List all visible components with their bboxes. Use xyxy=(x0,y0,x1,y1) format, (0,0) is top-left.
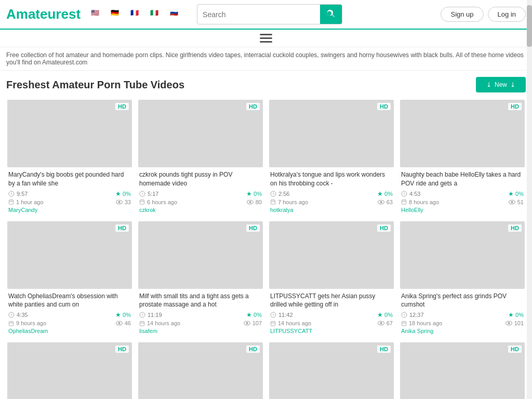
time-ago-text: 14 hours ago xyxy=(147,320,180,326)
video-info: czkrok pounds tight pussy in POV homemad… xyxy=(138,167,263,215)
page-title: Freshest Amateur Porn Tube Videos xyxy=(6,79,184,91)
time-ago: 8 hours ago xyxy=(401,199,439,205)
hamburger-menu[interactable] xyxy=(260,34,272,43)
video-thumbnail: HD xyxy=(138,100,263,167)
time-ago: 14 hours ago xyxy=(139,320,180,326)
video-card[interactable]: HD Anika Spring's perfect ass grinds POV… xyxy=(400,221,525,337)
svg-point-34 xyxy=(118,322,120,324)
svg-point-27 xyxy=(511,201,513,203)
views: 51 xyxy=(509,199,524,205)
duration-text: 5:17 xyxy=(148,191,158,197)
fr-flag[interactable]: 🇫🇷 xyxy=(130,9,147,20)
login-button[interactable]: Log in xyxy=(488,7,526,22)
video-card[interactable]: HD xyxy=(138,342,263,399)
time-ago: 6 hours ago xyxy=(139,199,177,205)
video-meta: 11:42 ★ 0% xyxy=(270,311,393,318)
svg-rect-43 xyxy=(271,322,275,326)
video-title: MaryCandy's big boobs get pounded hard b… xyxy=(8,170,131,188)
svg-point-55 xyxy=(508,322,510,324)
video-card[interactable]: HD xyxy=(7,342,132,399)
video-stats: 14 hours ago 67 xyxy=(270,320,393,326)
header: Amateurest 🇺🇸 🇩🇪 🇫🇷 🇮🇹 🇷🇺 Sign up Log in xyxy=(0,0,532,30)
video-duration: 9:57 xyxy=(8,191,28,197)
video-author[interactable]: LITPUSSYCATT xyxy=(270,328,393,334)
time-ago-text: 6 hours ago xyxy=(147,199,177,205)
hd-badge: HD xyxy=(115,224,129,232)
video-duration: 4:53 xyxy=(401,191,420,197)
hd-badge: HD xyxy=(115,345,129,353)
video-card[interactable]: HD Hotkralya's tongue and lips work wond… xyxy=(269,100,394,215)
time-ago-text: 1 hour ago xyxy=(16,199,44,205)
time-ago-text: 9 hours ago xyxy=(16,320,46,326)
video-title: Anika Spring's perfect ass grinds POV cu… xyxy=(401,292,524,310)
views-icon xyxy=(116,200,123,205)
video-author[interactable]: hotkralya xyxy=(270,207,393,213)
time-ago-text: 7 hours ago xyxy=(278,199,308,205)
video-card[interactable]: HD MaryCandy's big boobs get pounded har… xyxy=(7,100,132,215)
clock-icon xyxy=(270,191,276,197)
video-author[interactable]: czkrok xyxy=(139,207,262,213)
scrollbar-thumb[interactable] xyxy=(527,5,532,47)
video-author[interactable]: OpheliasDream xyxy=(8,328,131,334)
video-card[interactable]: HD Watch OpheliasDream's obsession with … xyxy=(7,221,132,337)
video-duration: 12:37 xyxy=(401,312,424,318)
hd-badge: HD xyxy=(508,103,522,110)
rating-text: 0% xyxy=(123,312,131,318)
video-meta: 12:37 ★ 0% xyxy=(401,311,524,318)
video-card[interactable]: HD xyxy=(400,342,525,399)
views-text: 46 xyxy=(125,320,131,326)
ru-flag[interactable]: 🇷🇺 xyxy=(170,9,187,20)
video-title: Watch OpheliasDream's obsession with whi… xyxy=(8,292,131,310)
video-duration: 5:17 xyxy=(139,191,158,197)
video-author[interactable]: Anika Spring xyxy=(401,328,524,334)
site-logo[interactable]: Amateurest xyxy=(6,6,81,22)
video-thumbnail: HD xyxy=(269,342,394,399)
de-flag[interactable]: 🇩🇪 xyxy=(111,9,127,20)
svg-rect-15 xyxy=(271,200,275,204)
views-text: 63 xyxy=(387,199,393,205)
signup-button[interactable]: Sign up xyxy=(441,7,483,22)
video-stats: 8 hours ago 51 xyxy=(401,199,524,205)
calendar-icon xyxy=(8,199,14,205)
clock-icon xyxy=(8,312,15,318)
calendar-icon xyxy=(270,199,276,205)
views: 63 xyxy=(378,199,393,205)
video-author[interactable]: HelloElly xyxy=(401,207,524,213)
sort-button[interactable]: ⤓ New ⤓ xyxy=(476,77,526,92)
time-ago: 7 hours ago xyxy=(270,199,308,205)
time-ago: 9 hours ago xyxy=(8,320,46,326)
search-bar xyxy=(197,4,342,24)
video-meta: 2:56 ★ 0% xyxy=(270,190,393,197)
video-meta: 5:17 ★ 0% xyxy=(139,190,262,197)
video-card[interactable]: HD LITPUSSYCATT gets her Asian pussy dri… xyxy=(269,221,394,337)
video-duration: 4:35 xyxy=(8,312,28,318)
views-icon xyxy=(116,321,123,326)
video-duration: 11:42 xyxy=(270,312,293,318)
us-flag[interactable]: 🇺🇸 xyxy=(91,9,108,20)
search-input[interactable] xyxy=(197,6,320,23)
clock-icon xyxy=(270,312,276,318)
video-card[interactable]: HD xyxy=(269,342,394,399)
video-card[interactable]: HD Milf with small tits and a tight ass … xyxy=(138,221,263,337)
video-stats: 14 hours ago 107 xyxy=(139,320,262,326)
it-flag[interactable]: 🇮🇹 xyxy=(150,9,167,20)
scrollbar[interactable] xyxy=(527,0,532,399)
rating-text: 0% xyxy=(384,191,393,197)
hd-badge: HD xyxy=(246,345,260,353)
video-title: Milf with small tits and a tight ass get… xyxy=(139,292,262,310)
search-button[interactable] xyxy=(320,5,342,24)
video-author[interactable]: lisafem xyxy=(139,328,262,334)
clock-icon xyxy=(139,191,145,197)
time-ago-text: 14 hours ago xyxy=(278,320,311,326)
logo-prefix: Amateu xyxy=(6,6,56,22)
video-card[interactable]: HD czkrok pounds tight pussy in POV home… xyxy=(138,100,263,215)
star-icon: ★ xyxy=(508,311,514,318)
logo-suffix: rest xyxy=(56,6,81,22)
video-rating: ★ 0% xyxy=(508,311,524,318)
star-icon: ★ xyxy=(115,190,121,197)
views-icon xyxy=(244,321,250,326)
video-author[interactable]: MaryCandy xyxy=(8,207,131,213)
views-text: 101 xyxy=(514,320,524,326)
video-card[interactable]: HD Naughty beach babe HelloElly takes a … xyxy=(400,100,525,215)
rating-text: 0% xyxy=(254,312,262,318)
